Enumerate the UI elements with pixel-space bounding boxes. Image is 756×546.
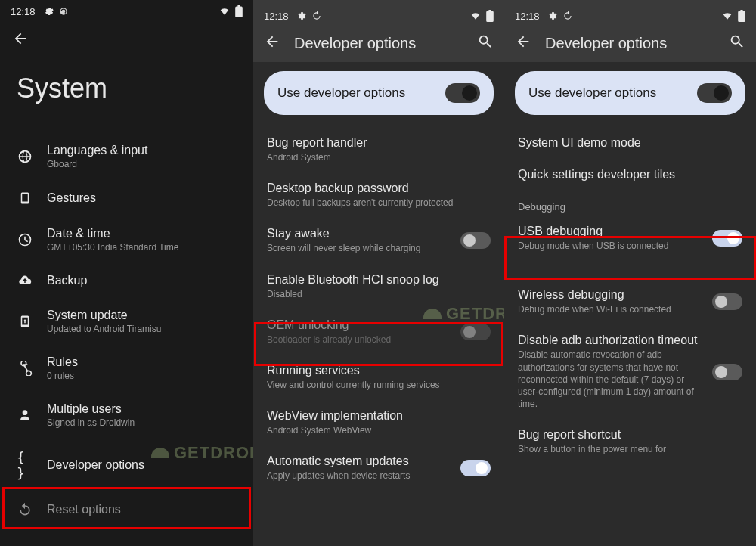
screen-title: Developer options [294, 35, 463, 52]
settings-item-languages[interactable]: Languages & input Gboard [0, 133, 253, 180]
status-time: 12:18 [264, 11, 289, 22]
screen-developer-options-2: 12:18 Developer options Use developer op… [504, 0, 756, 546]
cloud-upload-icon [17, 274, 33, 287]
wireless-debugging-switch[interactable] [712, 293, 742, 310]
pref-oem-unlocking[interactable]: OEM unlocking Bootloader is already unlo… [264, 309, 494, 355]
pref-title: Automatic system updates [267, 454, 451, 468]
pref-subtitle: Debug mode when USB is connected [518, 240, 703, 252]
settings-list: Languages & input Gboard Gestures Date &… [0, 133, 253, 546]
master-toggle-card[interactable]: Use developer options [264, 71, 494, 115]
pref-title: Quick settings developer tiles [518, 168, 742, 181]
pref-subtitle: View and control currently running servi… [267, 379, 491, 391]
pref-title: Running services [267, 364, 491, 377]
item-subtitle: Gboard [47, 159, 237, 169]
statusbar: 12:18 [253, 5, 504, 27]
pref-quick-settings-tiles[interactable]: Quick settings developer tiles [515, 159, 745, 191]
settings-item-datetime[interactable]: Date & time GMT+05:30 India Standard Tim… [0, 216, 253, 263]
master-toggle-card[interactable]: Use developer options [515, 71, 745, 115]
item-subtitle: GMT+05:30 India Standard Time [47, 242, 237, 253]
item-title: Languages & input [47, 144, 237, 157]
pref-auto-system-updates[interactable]: Automatic system updates Apply updates w… [264, 445, 494, 491]
master-toggle-switch[interactable] [445, 83, 480, 103]
settings-item-backup[interactable]: Backup [0, 263, 253, 298]
settings-item-multiple-users[interactable]: Multiple users Signed in as Droidwin [0, 392, 253, 439]
page-title: System [0, 50, 253, 133]
pref-title: OEM unlocking [267, 318, 451, 332]
pref-subtitle: Disabled [267, 288, 491, 300]
pref-subtitle: Disable automatic revocation of adb auth… [518, 349, 703, 410]
clock-icon [17, 232, 33, 247]
back-arrow-icon[interactable] [515, 33, 531, 53]
pref-subtitle: Debug mode when Wi-Fi is connected [518, 303, 703, 315]
pref-wireless-debugging[interactable]: Wireless debugging Debug mode when Wi-Fi… [515, 261, 745, 324]
pref-subtitle: Screen will never sleep while charging [267, 242, 451, 254]
master-toggle-switch[interactable] [697, 83, 732, 103]
back-arrow-icon[interactable] [264, 33, 280, 53]
item-title: Gestures [47, 191, 237, 205]
pref-subtitle: Desktop full backups aren't currently pr… [267, 197, 491, 209]
item-title: Backup [47, 274, 237, 287]
search-icon[interactable] [477, 33, 494, 53]
oem-unlocking-switch[interactable] [460, 324, 491, 340]
pref-title: System UI demo mode [518, 136, 742, 150]
master-toggle-label: Use developer options [277, 85, 445, 101]
wifi-icon [218, 6, 231, 17]
usb-debugging-switch[interactable] [712, 230, 742, 247]
statusbar: 12:18 [0, 0, 253, 23]
pref-title: Bug report shortcut [518, 428, 742, 442]
pref-desktop-backup-password[interactable]: Desktop backup password Desktop full bac… [264, 172, 494, 218]
pref-subtitle: Android System [267, 151, 491, 163]
settings-item-gestures[interactable]: Gestures [0, 180, 253, 216]
stay-awake-switch[interactable] [460, 232, 491, 249]
back-arrow-icon[interactable] [12, 36, 29, 49]
pref-title: USB debugging [518, 225, 703, 238]
pref-bug-report-handler[interactable]: Bug report handler Android System [264, 127, 494, 172]
pref-title: Wireless debugging [518, 288, 703, 302]
wifi-icon [469, 11, 482, 21]
settings-item-rules[interactable]: Rules 0 rules [0, 345, 253, 392]
reset-icon [17, 502, 33, 517]
pref-bt-hci-snoop[interactable]: Enable Bluetooth HCI snoop log Disabled [264, 264, 494, 309]
user-icon [17, 408, 33, 423]
item-subtitle: Signed in as Droidwin [47, 417, 237, 428]
screen-system-settings: 12:18 System Languages & input Gboard [0, 0, 253, 546]
pref-stay-awake[interactable]: Stay awake Screen will never sleep while… [264, 218, 494, 263]
screen-title: Developer options [545, 35, 715, 52]
section-header-debugging: Debugging [515, 191, 745, 216]
gear-icon [43, 6, 54, 17]
pref-title: Bug report handler [267, 136, 491, 150]
pref-webview[interactable]: WebView implementation Android System We… [264, 400, 494, 445]
settings-item-developer-options[interactable]: { } Developer options [0, 439, 253, 492]
gear-icon [547, 11, 558, 21]
pref-system-ui-demo[interactable]: System UI demo mode [515, 127, 745, 159]
statusbar: 12:18 [504, 5, 756, 27]
pref-title: Desktop backup password [267, 181, 491, 195]
refresh-icon [311, 11, 322, 21]
adb-timeout-switch[interactable] [712, 364, 742, 380]
item-title: Rules [47, 355, 237, 369]
settings-item-system-update[interactable]: System update Updated to Android Tiramis… [0, 298, 253, 345]
pref-disable-adb-timeout[interactable]: Disable adb authorization timeout Disabl… [515, 324, 745, 419]
pref-usb-debugging[interactable]: USB debugging Debug mode when USB is con… [515, 216, 745, 261]
phone-icon [17, 191, 33, 206]
pref-subtitle: Android System WebView [267, 424, 491, 436]
battery-icon [738, 10, 745, 22]
pref-title: Stay awake [267, 227, 451, 240]
pref-bug-report-shortcut[interactable]: Bug report shortcut Show a button in the… [515, 419, 745, 464]
item-subtitle: Updated to Android Tiramisu [47, 324, 237, 334]
pref-title: WebView implementation [267, 409, 491, 423]
item-title: System update [47, 309, 237, 322]
pref-subtitle: Apply updates when device restarts [267, 470, 451, 482]
item-title: Date & time [47, 227, 237, 240]
settings-item-reset[interactable]: Reset options [0, 492, 253, 528]
search-icon[interactable] [729, 33, 745, 53]
pref-subtitle: Bootloader is already unlocked [267, 333, 451, 346]
refresh-icon [562, 11, 573, 21]
pref-running-services[interactable]: Running services View and control curren… [264, 355, 494, 400]
pref-title: Disable adb authorization timeout [518, 333, 703, 347]
item-title: Developer options [47, 458, 237, 472]
refresh-icon [58, 6, 69, 17]
gear-icon [296, 11, 307, 21]
item-title: Multiple users [47, 402, 237, 416]
auto-updates-switch[interactable] [460, 460, 491, 476]
